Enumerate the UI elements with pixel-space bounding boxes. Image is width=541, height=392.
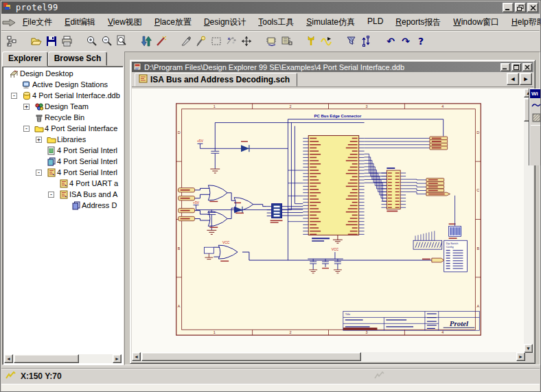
menu-item-edit[interactable]: Edit编辑 bbox=[58, 14, 102, 30]
doc-maximize-button[interactable] bbox=[511, 63, 521, 71]
protel-logo: Protel bbox=[450, 319, 469, 327]
scrollbar-thumb[interactable] bbox=[14, 354, 79, 363]
scroll-right-icon[interactable]: ► bbox=[113, 354, 122, 363]
paste-array-button[interactable] bbox=[224, 34, 239, 49]
help-button[interactable]: ? bbox=[413, 34, 428, 49]
collapse-icon[interactable]: - bbox=[11, 93, 17, 99]
pliers-button[interactable] bbox=[194, 34, 209, 49]
explorer-toggle-button[interactable] bbox=[4, 34, 19, 49]
palette-title[interactable]: Wi bbox=[530, 89, 541, 98]
power-label: +5V bbox=[193, 201, 200, 205]
tree-item[interactable]: 4 Port Serial Interl bbox=[4, 156, 122, 167]
menu-item-reports[interactable]: Reports报告 bbox=[389, 14, 447, 30]
save-button[interactable] bbox=[44, 34, 59, 49]
scroll-left-icon[interactable]: ◄ bbox=[4, 354, 13, 363]
wand-button[interactable] bbox=[154, 34, 169, 49]
sheet-symbol-tool-icon[interactable] bbox=[531, 112, 541, 123]
browse-library-button[interactable] bbox=[264, 34, 279, 49]
design-tree: Design DesktopActive Design Stations-4 P… bbox=[2, 66, 124, 365]
tree-item[interactable]: Recycle Bin bbox=[4, 112, 122, 123]
zoom-document-button[interactable] bbox=[114, 34, 129, 49]
undo-button[interactable]: ↶ bbox=[383, 34, 398, 49]
menu-item-view[interactable]: View视图 bbox=[102, 14, 148, 30]
scroll-left-icon[interactable]: ◄ bbox=[132, 352, 141, 361]
tab-browse-sch[interactable]: Browse Sch bbox=[48, 51, 108, 66]
add-part-button[interactable] bbox=[279, 34, 294, 49]
menu-item-file[interactable]: File文件 bbox=[16, 14, 58, 30]
svg-text:4: 4 bbox=[441, 330, 444, 334]
tree-item[interactable]: +Design Team bbox=[4, 101, 122, 112]
knife-icon bbox=[181, 36, 192, 47]
cross-probe-button[interactable] bbox=[139, 34, 154, 49]
run-simulation-button[interactable] bbox=[319, 34, 334, 49]
filter-button[interactable] bbox=[343, 34, 358, 49]
restore-button[interactable] bbox=[515, 3, 526, 12]
svg-text:1: 1 bbox=[214, 104, 216, 108]
collapse-icon[interactable]: - bbox=[36, 170, 42, 176]
tree-item[interactable]: 4 Port Serial Interl bbox=[4, 145, 122, 156]
sch-doc-icon bbox=[47, 168, 57, 177]
knife-button[interactable] bbox=[179, 34, 194, 49]
document-title-bar[interactable]: D:\Program Files\Design Explorer 99 SE\E… bbox=[132, 62, 533, 72]
wrench-button[interactable] bbox=[303, 34, 319, 49]
scrollbar-thumb[interactable] bbox=[141, 352, 361, 361]
tree-item[interactable]: +Libraries bbox=[4, 134, 122, 145]
tree-item[interactable]: Active Design Stations bbox=[4, 79, 122, 90]
tree-item[interactable]: 4 Port UART a bbox=[4, 178, 122, 189]
redo-button[interactable]: ↷ bbox=[398, 34, 413, 49]
tree-item-label: 4 Port Serial Interface.ddb bbox=[32, 91, 120, 100]
menu-item-help[interactable]: Help帮助 bbox=[505, 14, 541, 30]
connector-label: PC Bus Edge Connector bbox=[314, 114, 362, 118]
collapse-icon[interactable]: - bbox=[48, 192, 54, 198]
zoom-out-button[interactable] bbox=[99, 34, 114, 49]
tree-item[interactable]: Address D bbox=[4, 200, 122, 211]
collapse-icon[interactable]: - bbox=[23, 126, 30, 132]
tab-explorer[interactable]: Explorer bbox=[2, 51, 48, 67]
tree-item-label: Design Team bbox=[45, 102, 89, 111]
tree-item[interactable]: Design Desktop bbox=[4, 68, 122, 79]
tree-item-label: Address D bbox=[82, 201, 117, 209]
minimize-button[interactable] bbox=[503, 3, 514, 12]
menu-item-window[interactable]: Window窗口 bbox=[447, 14, 505, 30]
tree-item[interactable]: -4 Port Serial Interl bbox=[4, 167, 122, 178]
run-simulation-icon bbox=[321, 36, 332, 46]
window-title: protel99 bbox=[16, 3, 58, 12]
svg-text:B: B bbox=[178, 246, 181, 251]
print-button[interactable] bbox=[59, 34, 74, 49]
close-button[interactable] bbox=[527, 3, 538, 12]
tree-item-label: Active Design Stations bbox=[32, 80, 108, 89]
move-button[interactable] bbox=[239, 34, 254, 49]
tab-isa-bus-sch[interactable]: ISA Bus and Address Decoding.sch bbox=[135, 73, 297, 87]
menu-item-place[interactable]: Place放置 bbox=[148, 14, 198, 30]
svg-text:2: 2 bbox=[290, 104, 292, 108]
selection-button[interactable] bbox=[209, 34, 224, 49]
tab-scroll-right-icon[interactable]: ► bbox=[520, 73, 532, 85]
doc-horizontal-scrollbar[interactable]: ◄ ► bbox=[132, 352, 525, 362]
menu-item-pld[interactable]: PLD bbox=[361, 14, 389, 30]
scroll-right-icon[interactable]: ► bbox=[516, 352, 525, 361]
power-label: VCC bbox=[222, 241, 230, 244]
expand-icon[interactable]: + bbox=[36, 137, 42, 143]
main-toolbar: ↶↷? bbox=[1, 31, 540, 50]
tree-item[interactable]: -4 Port Serial Interface bbox=[4, 123, 122, 134]
tab-scroll-left-icon[interactable]: ◄ bbox=[507, 73, 519, 85]
open-document-button[interactable] bbox=[29, 34, 44, 49]
doc-minimize-button[interactable] bbox=[500, 63, 510, 71]
toggle-nets-button[interactable] bbox=[358, 34, 373, 49]
wiring-tools-palette[interactable]: Wi bbox=[529, 89, 541, 165]
wire-tool-icon[interactable] bbox=[531, 100, 541, 111]
tree-item[interactable]: -4 Port Serial Interface.ddb bbox=[4, 90, 122, 101]
menu-item-design[interactable]: Design设计 bbox=[198, 14, 252, 30]
power-label: VCC bbox=[332, 248, 339, 251]
tree-horizontal-scrollbar[interactable]: ◄ ► bbox=[4, 354, 122, 363]
menu-arrow-icon[interactable] bbox=[1, 19, 16, 27]
schematic-canvas[interactable]: 11DD22CC33BB44AA PC Bus Edge Connector bbox=[132, 89, 525, 353]
tree-item[interactable]: -ISA Bus and A bbox=[4, 189, 122, 200]
zoom-in-button[interactable] bbox=[84, 34, 99, 49]
menu-item-simulate[interactable]: Simulate仿真 bbox=[300, 14, 361, 30]
svg-text:2: 2 bbox=[290, 330, 292, 334]
doc-close-button[interactable] bbox=[522, 63, 532, 71]
mdi-area: D:\Program Files\Design Explorer 99 SE\E… bbox=[124, 51, 540, 365]
menu-item-tools[interactable]: Tools工具 bbox=[252, 14, 300, 30]
expand-icon[interactable]: + bbox=[23, 104, 30, 110]
